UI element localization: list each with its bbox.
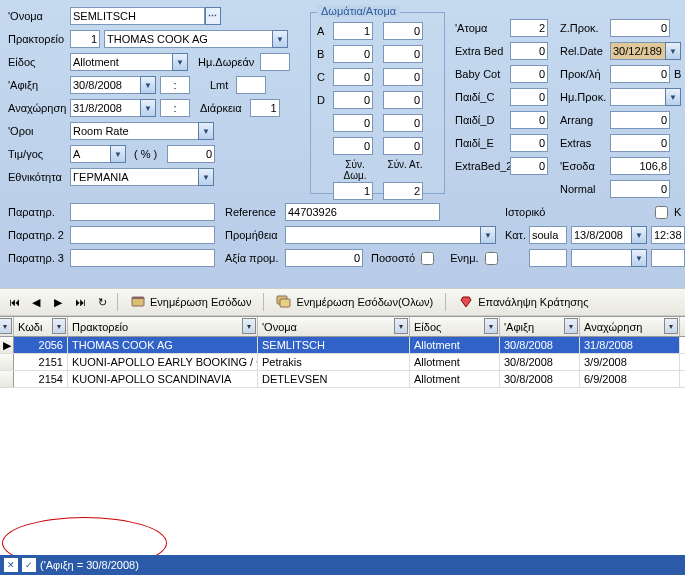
D2[interactable] bbox=[383, 91, 423, 109]
lbl-paratir: Παρατηρ. bbox=[8, 206, 70, 218]
anaxorisi-time[interactable] bbox=[160, 99, 190, 117]
A1[interactable] bbox=[333, 22, 373, 40]
ethnikotita-input[interactable] bbox=[70, 168, 198, 186]
btn-enim-esodon-olon[interactable]: Ενημέρωση Εσόδων(Ολων) bbox=[269, 291, 440, 313]
col-afiksi[interactable]: 'Αφιξη▾ bbox=[500, 317, 580, 336]
B2[interactable] bbox=[383, 45, 423, 63]
kat2-time[interactable] bbox=[651, 249, 685, 267]
onoma-input[interactable] bbox=[70, 7, 205, 25]
timgos-input[interactable] bbox=[70, 145, 110, 163]
oroi-input[interactable] bbox=[70, 122, 198, 140]
table-row[interactable]: 2154KUONI-APOLLO SCANDINAVIADETLEVSENAll… bbox=[0, 371, 685, 388]
reldate-dd[interactable]: ▼ bbox=[665, 42, 681, 60]
extrabed-input[interactable] bbox=[510, 42, 548, 60]
paratir3-input[interactable] bbox=[70, 249, 215, 267]
kat2-date[interactable] bbox=[571, 249, 631, 267]
normal-input[interactable] bbox=[610, 180, 670, 198]
hmprok-dd[interactable]: ▼ bbox=[665, 88, 681, 106]
C1[interactable] bbox=[333, 68, 373, 86]
D1[interactable] bbox=[333, 91, 373, 109]
lmt-input[interactable] bbox=[236, 76, 266, 94]
praktoreio-code[interactable] bbox=[70, 30, 100, 48]
E2[interactable] bbox=[383, 114, 423, 132]
afiksi-time[interactable] bbox=[160, 76, 190, 94]
anaxorisi-filter-dd[interactable]: ▾ bbox=[664, 318, 678, 334]
eidos-filter-dd[interactable]: ▾ bbox=[484, 318, 498, 334]
kat-input[interactable] bbox=[529, 226, 567, 244]
kat-date[interactable] bbox=[571, 226, 631, 244]
praktoreio-dd[interactable]: ▼ bbox=[272, 30, 288, 48]
kat2-input[interactable] bbox=[529, 249, 567, 267]
praktoreio-name[interactable] bbox=[104, 30, 272, 48]
synat[interactable] bbox=[383, 182, 423, 200]
F1[interactable] bbox=[333, 137, 373, 155]
nav-next-icon[interactable]: ▶ bbox=[48, 292, 68, 312]
onoma-filter-dd[interactable]: ▾ bbox=[394, 318, 408, 334]
table-row[interactable]: 2151KUONI-APOLLO EARLY BOOKING / OPetrak… bbox=[0, 354, 685, 371]
col-kodi[interactable]: Κωδι▾ bbox=[14, 317, 68, 336]
table-row[interactable]: ▶2056THOMAS COOK AGSEMLITSCHAllotment30/… bbox=[0, 337, 685, 354]
col-anaxorisi[interactable]: Αναχώρηση▾ bbox=[580, 317, 680, 336]
kat-time[interactable] bbox=[651, 226, 685, 244]
refresh-icon[interactable]: ↻ bbox=[92, 292, 112, 312]
F2[interactable] bbox=[383, 137, 423, 155]
praktoreio-filter-dd[interactable]: ▾ bbox=[242, 318, 256, 334]
syndom[interactable] bbox=[333, 182, 373, 200]
oroi-dd[interactable]: ▼ bbox=[198, 122, 214, 140]
btn-epanal-kratisis[interactable]: Επανάληψη Κράτησης bbox=[451, 291, 595, 313]
reldate-input[interactable] bbox=[610, 42, 665, 60]
filter-active-icon[interactable]: ✓ bbox=[22, 558, 36, 572]
anaxorisi-dd[interactable]: ▼ bbox=[140, 99, 156, 117]
nav-last-icon[interactable]: ⏭ bbox=[70, 292, 90, 312]
eidos-dd[interactable]: ▼ bbox=[172, 53, 188, 71]
btn-enim-esodon[interactable]: Ενημέρωση Εσόδων bbox=[123, 291, 258, 313]
zprok-input[interactable] bbox=[610, 19, 670, 37]
promitheia-dd[interactable]: ▼ bbox=[480, 226, 496, 244]
paidid-input[interactable] bbox=[510, 111, 548, 129]
hmprok-input[interactable] bbox=[610, 88, 665, 106]
kat-date-dd[interactable]: ▼ bbox=[631, 226, 647, 244]
diarkeia-input[interactable] bbox=[250, 99, 280, 117]
paratir2-input[interactable] bbox=[70, 226, 215, 244]
ethnikotita-dd[interactable]: ▼ bbox=[198, 168, 214, 186]
corner-dd[interactable]: ▾ bbox=[0, 318, 12, 334]
eidos-input[interactable] bbox=[70, 53, 172, 71]
promitheia-input[interactable] bbox=[285, 226, 480, 244]
paidie-input[interactable] bbox=[510, 134, 548, 152]
filter-clear-icon[interactable]: ✕ bbox=[4, 558, 18, 572]
prokli-input[interactable] bbox=[610, 65, 670, 83]
aksia-prom-input[interactable] bbox=[285, 249, 363, 267]
arrang-input[interactable] bbox=[610, 111, 670, 129]
col-praktoreio[interactable]: Πρακτορείο▾ bbox=[68, 317, 258, 336]
atoma-input[interactable] bbox=[510, 19, 548, 37]
paidic-input[interactable] bbox=[510, 88, 548, 106]
kat2-date-dd[interactable]: ▼ bbox=[631, 249, 647, 267]
A2[interactable] bbox=[383, 22, 423, 40]
col-eidos[interactable]: Είδος▾ bbox=[410, 317, 500, 336]
afiksi-filter-dd[interactable]: ▾ bbox=[564, 318, 578, 334]
E1[interactable] bbox=[333, 114, 373, 132]
enim-chk[interactable] bbox=[485, 252, 498, 265]
col-onoma[interactable]: 'Ονομα▾ bbox=[258, 317, 410, 336]
paratir-input[interactable] bbox=[70, 203, 215, 221]
C2[interactable] bbox=[383, 68, 423, 86]
extrabed2-input[interactable] bbox=[510, 157, 548, 175]
babycot-input[interactable] bbox=[510, 65, 548, 83]
timgos-dd[interactable]: ▼ bbox=[110, 145, 126, 163]
reservations-grid[interactable]: ▾ Κωδι▾ Πρακτορείο▾ 'Ονομα▾ Είδος▾ 'Αφιξ… bbox=[0, 316, 685, 388]
onoma-lookup[interactable]: ⋯ bbox=[205, 7, 221, 25]
nav-first-icon[interactable]: ⏮ bbox=[4, 292, 24, 312]
kodi-filter-dd[interactable]: ▾ bbox=[52, 318, 66, 334]
afiksi-dd[interactable]: ▼ bbox=[140, 76, 156, 94]
esoda-input[interactable] bbox=[610, 157, 670, 175]
extras-input[interactable] bbox=[610, 134, 670, 152]
nav-prev-icon[interactable]: ◀ bbox=[26, 292, 46, 312]
istoriko-chk[interactable] bbox=[655, 206, 668, 219]
anaxorisi-date[interactable] bbox=[70, 99, 140, 117]
pct-input[interactable] bbox=[167, 145, 215, 163]
pososto-chk[interactable] bbox=[421, 252, 434, 265]
hmdorean-input[interactable] bbox=[260, 53, 290, 71]
B1[interactable] bbox=[333, 45, 373, 63]
afiksi-date[interactable] bbox=[70, 76, 140, 94]
row-header-corner[interactable]: ▾ bbox=[0, 317, 14, 336]
